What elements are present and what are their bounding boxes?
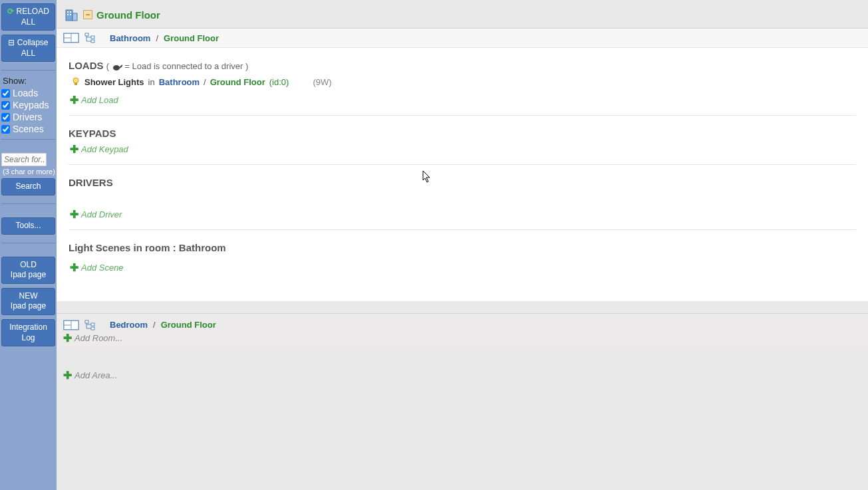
plus-icon: ✚ <box>70 144 78 155</box>
area-collapse-toggle[interactable]: − <box>83 10 92 19</box>
plus-icon: ✚ <box>63 370 72 381</box>
sidebar: ⟳ RELOAD ALL ⊟ Collapse ALL Show: Loads … <box>0 0 57 490</box>
load-room-link[interactable]: Bathroom <box>159 77 200 87</box>
reload-all-button[interactable]: ⟳ RELOAD ALL <box>1 3 55 31</box>
search-button[interactable]: Search <box>1 178 55 195</box>
load-area-link[interactable]: Ground Floor <box>210 77 265 87</box>
area-title[interactable]: Ground Floor <box>96 9 160 21</box>
divider <box>1 203 55 204</box>
collapse-icon: ⊟ <box>8 38 17 47</box>
main-content: − Ground Floor Bathroom/ Ground Floor <box>57 0 868 490</box>
show-keypads-toggle[interactable]: Keypads <box>1 99 55 111</box>
plus-icon: ✚ <box>70 263 78 273</box>
keypads-section: KEYPADS ✚Add Keypad <box>69 128 856 165</box>
svg-point-13 <box>73 78 78 83</box>
search-input[interactable] <box>1 153 47 166</box>
show-drivers-checkbox[interactable] <box>1 113 10 122</box>
loads-title: LOADS ( = Load is connected to a driver … <box>69 60 856 72</box>
add-keypad-button[interactable]: ✚Add Keypad <box>69 143 856 160</box>
load-shower-lights[interactable]: Shower Lights in Bathroom / Ground Floor… <box>69 76 856 94</box>
loads-section: LOADS ( = Load is connected to a driver … <box>69 60 856 116</box>
room-plan-icon[interactable] <box>63 33 79 43</box>
svg-rect-14 <box>74 83 77 85</box>
tools-button[interactable]: Tools... <box>1 217 55 235</box>
show-scenes-checkbox[interactable] <box>1 125 10 134</box>
drivers-title: DRIVERS <box>69 177 856 188</box>
svg-point-12 <box>113 65 120 70</box>
collapse-all-button[interactable]: ⊟ Collapse ALL <box>1 35 55 62</box>
load-watts: (9W) <box>313 77 331 87</box>
svg-rect-9 <box>85 33 88 36</box>
plus-icon: ✚ <box>70 95 78 106</box>
show-drivers-toggle[interactable]: Drivers <box>1 111 55 123</box>
add-driver-button[interactable]: ✚Add Driver <box>69 208 856 225</box>
divider <box>1 70 55 70</box>
show-loads-toggle[interactable]: Loads <box>1 87 55 99</box>
plug-icon <box>112 62 122 72</box>
integration-log-button[interactable]: Integration Log <box>1 319 55 346</box>
svg-rect-18 <box>85 320 88 323</box>
room-bathroom-area-link[interactable]: Ground Floor <box>164 33 219 43</box>
room-plan-icon[interactable] <box>63 320 79 330</box>
plus-icon: ✚ <box>63 333 72 344</box>
bulb-icon <box>71 77 80 86</box>
room-bedroom-link[interactable]: Bedroom <box>110 320 148 330</box>
old-ipad-page-button[interactable]: OLD Ipad page <box>1 257 55 284</box>
room-bedroom-header: Bedroom/ Ground Floor <box>57 313 868 333</box>
load-id: (id:0) <box>269 77 289 87</box>
tree-icon[interactable] <box>84 320 95 330</box>
room-bathroom: Bathroom/ Ground Floor LOADS ( = Load is… <box>57 28 868 301</box>
show-keypads-checkbox[interactable] <box>1 101 10 110</box>
scenes-title: Light Scenes in room : Bathroom <box>69 242 856 253</box>
drivers-section: DRIVERS ✚Add Driver <box>69 177 856 230</box>
add-room-button[interactable]: ✚Add Room... <box>57 333 868 348</box>
svg-rect-2 <box>67 11 69 13</box>
svg-rect-10 <box>91 36 94 39</box>
divider <box>1 139 55 140</box>
room-bedroom-area-link[interactable]: Ground Floor <box>161 320 216 330</box>
area-header: − Ground Floor <box>57 0 868 28</box>
svg-rect-1 <box>72 13 77 21</box>
keypads-title: KEYPADS <box>69 128 856 139</box>
svg-rect-0 <box>66 10 72 21</box>
svg-rect-3 <box>70 11 71 13</box>
svg-rect-20 <box>91 327 94 330</box>
reload-icon: ⟳ <box>7 7 16 16</box>
room-bathroom-body: LOADS ( = Load is connected to a driver … <box>57 48 868 301</box>
new-ipad-page-button[interactable]: NEW Ipad page <box>1 288 55 315</box>
add-area-button[interactable]: ✚Add Area... <box>57 370 868 385</box>
room-bathroom-header: Bathroom/ Ground Floor <box>57 29 868 48</box>
divider <box>1 243 55 243</box>
show-scenes-toggle[interactable]: Scenes <box>1 123 55 135</box>
plus-icon: ✚ <box>70 209 78 220</box>
building-icon <box>63 7 79 23</box>
svg-rect-11 <box>91 40 94 43</box>
svg-rect-19 <box>91 323 94 326</box>
add-load-button[interactable]: ✚Add Load <box>69 94 856 111</box>
svg-rect-5 <box>70 14 71 15</box>
search-hint: (3 char or more) <box>1 166 55 178</box>
scenes-section: Light Scenes in room : Bathroom ✚Add Sce… <box>69 242 856 283</box>
svg-rect-4 <box>67 14 69 15</box>
add-scene-button[interactable]: ✚Add Scene <box>69 261 856 279</box>
load-name: Shower Lights <box>84 77 144 87</box>
tree-icon[interactable] <box>84 33 95 43</box>
show-label: Show: <box>1 74 55 87</box>
room-bathroom-link[interactable]: Bathroom <box>110 33 150 43</box>
show-loads-checkbox[interactable] <box>1 89 10 98</box>
